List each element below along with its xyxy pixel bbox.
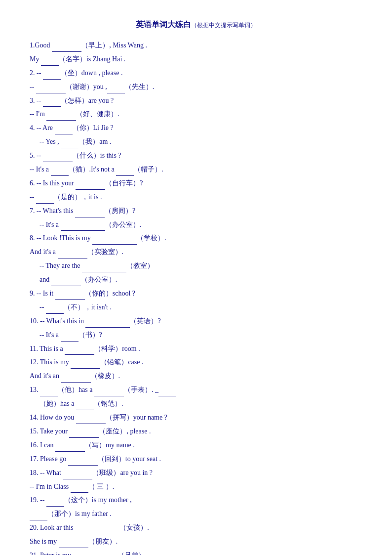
- line-8d: and （办公室）.: [39, 273, 362, 286]
- line-8a: 8. -- Look !This is my （学校）.: [30, 232, 362, 245]
- blank-15-1: [69, 430, 99, 438]
- blank-6-1: [76, 182, 105, 190]
- blank-5-1: [43, 154, 73, 162]
- line-9a: 9. -- Is it （你的）school ?: [30, 287, 362, 300]
- blank-12-1: [71, 361, 100, 369]
- line-4b: -- Yes , （我）am .: [39, 135, 362, 148]
- blank-3-1: [43, 99, 61, 107]
- line-1b: My （名字）is Zhang Hai .: [30, 53, 362, 66]
- line-13b: （她）has a （钢笔）.: [39, 397, 362, 410]
- blank-8-4: [51, 278, 81, 286]
- blank-10-2: [61, 334, 78, 342]
- line-7a: 7. -- What's this （房间）?: [30, 205, 362, 217]
- blank-19-1: [46, 499, 64, 507]
- blank-18-2: [71, 485, 88, 493]
- blank-19-2: [30, 512, 47, 520]
- line-14: 14. How do you （拼写）your name ?: [30, 411, 362, 424]
- blank-2-2: [36, 85, 66, 93]
- blank-9-1: [55, 292, 85, 300]
- blank-2-3: [107, 85, 125, 93]
- blank-5-2: [51, 168, 69, 176]
- line-10a: 10. -- What's this in （英语）?: [30, 315, 362, 328]
- blank-13-1: [40, 388, 58, 396]
- blank-16-1: [55, 444, 85, 452]
- blank-12-2: [61, 375, 91, 383]
- line-19a: 19. -- （这个）is my mother ,: [30, 494, 362, 507]
- line-10b: -- It's a （书）?: [39, 329, 362, 342]
- blank-20-2: [59, 540, 88, 548]
- line-1: 1.Good （早上）, Miss Wang .: [30, 39, 362, 52]
- blank-11-1: [65, 347, 94, 355]
- line-20a: 20. Look ar this （女孩）.: [30, 521, 362, 534]
- blank-8-1: [92, 237, 137, 245]
- line-20b: She is my （朋友）.: [30, 535, 362, 548]
- blank-13-4: [76, 402, 94, 410]
- line-15: 15. Take your （座位）, please .: [30, 425, 362, 438]
- line-11: 11. This is a （科学）room .: [30, 342, 362, 355]
- blank-8-2: [58, 251, 87, 258]
- line-6a: 6. -- Is this your （自行车）?: [30, 177, 362, 190]
- line-21a: 21. Peter is my （兄弟）.: [30, 549, 362, 555]
- line-4a: 4. -- Are （你）Li Jie ?: [30, 122, 362, 134]
- line-18a: 18. -- What （班级）are you in ?: [30, 467, 362, 479]
- line-12a: 12. This is my （铅笔）case .: [30, 356, 362, 369]
- blank-17-1: [68, 458, 98, 466]
- line-17: 17. Please go （回到）to your seat .: [30, 453, 362, 466]
- blank-3-2: [46, 113, 76, 121]
- blank-1-1: [52, 44, 81, 52]
- line-3a: 3. -- （怎样）are you ?: [30, 94, 362, 107]
- line-5a: 5. -- （什么）is this ?: [30, 149, 362, 162]
- blank-2-1: [43, 72, 61, 80]
- blank-6-2: [36, 196, 54, 204]
- line-13: 13. （他）has a （手表）. _: [30, 384, 362, 396]
- blank-13-2: [94, 388, 124, 396]
- page-title: 英语单词大练白（根据中文提示写单词）: [30, 20, 362, 30]
- line-19b: （那个）is my father .: [30, 508, 362, 520]
- blank-9-2: [46, 306, 64, 314]
- blank-7-1: [75, 210, 105, 217]
- blank-13-3: [158, 388, 176, 396]
- blank-10-1: [85, 320, 130, 328]
- line-8c: -- They are the （教室）: [39, 259, 362, 272]
- line-5b: -- It's a （猫）.It's not a （帽子）.: [30, 163, 362, 176]
- line-8b: And it's a （实验室）.: [30, 246, 362, 258]
- line-16: 16. I can （写）my name .: [30, 439, 362, 452]
- line-18b: -- I'm in Class （ 三 ）.: [30, 480, 362, 493]
- blank-20-1: [75, 526, 119, 534]
- line-12b: And it's an （橡皮）.: [30, 370, 362, 383]
- line-2a: 2. -- （坐）down , please .: [30, 67, 362, 80]
- line-9b: -- （不），it isn't .: [39, 301, 362, 314]
- line-7b: -- It's a （办公室）.: [39, 218, 362, 231]
- blank-1-2: [41, 58, 59, 66]
- exercise-content: 1.Good （早上）, Miss Wang . My （名字）is Zhang…: [30, 39, 362, 555]
- blank-8-3: [82, 264, 126, 272]
- line-6b: -- （是的），it is .: [30, 191, 362, 204]
- blank-4-2: [61, 140, 78, 148]
- blank-7-2: [61, 223, 105, 231]
- blank-5-3: [116, 168, 134, 176]
- blank-14-1: [76, 416, 106, 424]
- line-3b: -- I'm （好、健康）.: [30, 108, 362, 121]
- line-2b: -- （谢谢）you ,（先生）.: [30, 81, 362, 93]
- blank-4-1: [55, 127, 73, 134]
- blank-18-1: [63, 471, 92, 479]
